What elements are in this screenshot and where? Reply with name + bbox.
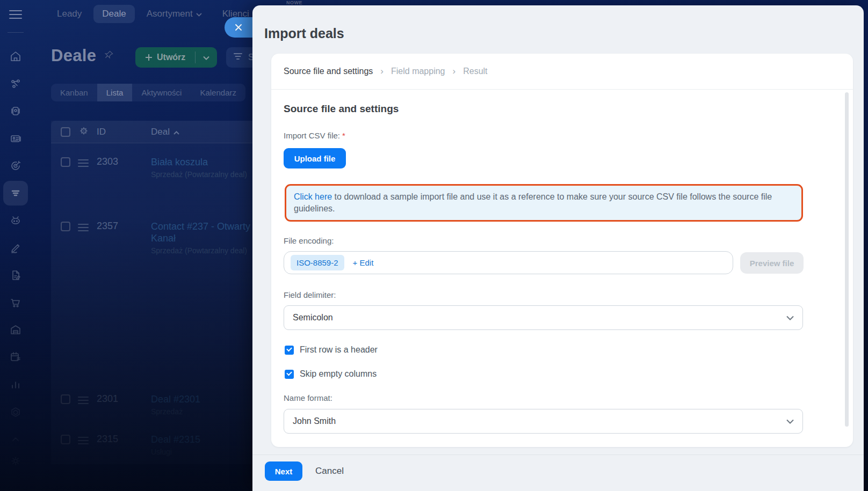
cart-icon[interactable] xyxy=(3,290,28,315)
scrollbar-thumb[interactable] xyxy=(845,92,849,427)
row-drag-handle-icon[interactable] xyxy=(78,435,89,446)
view-tab-group: Kanban Lista Aktywności Kalendarz xyxy=(51,84,245,101)
pin-icon[interactable] xyxy=(104,49,114,62)
create-deal-button[interactable]: Utwórz xyxy=(135,47,217,68)
checkbox-checked-icon[interactable] xyxy=(285,346,294,355)
menu-icon[interactable] xyxy=(9,8,22,19)
contact-card-icon[interactable] xyxy=(3,126,28,151)
hexagon-icon[interactable] xyxy=(3,400,28,424)
badge-icon[interactable] xyxy=(3,99,28,123)
close-icon[interactable] xyxy=(225,17,252,38)
select-all-checkbox[interactable] xyxy=(61,127,70,137)
modal-footer: Next Cancel xyxy=(265,461,344,481)
chevron-down-icon xyxy=(786,316,794,320)
modal-title: Import deals xyxy=(264,26,344,41)
name-format-value: John Smith xyxy=(293,416,336,426)
checkbox-label: Skip empty columns xyxy=(300,369,377,379)
deal-id: 2303 xyxy=(97,156,118,167)
steps-divider xyxy=(271,89,853,90)
import-csv-label: Import CSV file:* xyxy=(284,131,345,140)
robot-icon[interactable] xyxy=(3,208,28,233)
nav-item-leady[interactable]: Leady xyxy=(48,5,90,23)
sign-pen-icon[interactable] xyxy=(3,236,28,260)
calendar-icon[interactable] xyxy=(3,345,28,369)
click-here-link[interactable]: Click here xyxy=(294,192,332,201)
required-asterisk: * xyxy=(342,131,345,140)
tab-kanban[interactable]: Kanban xyxy=(51,84,97,101)
step-source-file[interactable]: Source file and settings xyxy=(284,67,373,76)
app: Leady Deale Asortyment Klienci NOWE Deal… xyxy=(0,0,868,491)
filter-icon xyxy=(233,52,243,63)
create-deal-main[interactable]: Utwórz xyxy=(135,53,195,62)
checkbox-checked-icon[interactable] xyxy=(285,370,294,379)
deal-id: 2357 xyxy=(97,221,118,232)
target-icon[interactable] xyxy=(3,153,28,178)
section-title: Source file and settings xyxy=(284,103,399,115)
row-checkbox[interactable] xyxy=(61,435,70,444)
skip-empty-columns-checkbox[interactable]: Skip empty columns xyxy=(285,369,377,379)
column-header-id[interactable]: ID xyxy=(97,127,106,137)
sample-file-info-box: Click here to download a sample import f… xyxy=(285,184,803,222)
first-row-header-checkbox[interactable]: First row is a header xyxy=(285,345,378,355)
encoding-chip[interactable]: ISO-8859-2 xyxy=(291,255,344,270)
chevron-down-icon xyxy=(786,419,794,424)
row-checkbox[interactable] xyxy=(61,394,70,404)
step-separator: › xyxy=(380,66,384,77)
tab-aktywnosci[interactable]: Aktywności xyxy=(132,84,191,101)
field-delimiter-label: Field delimiter: xyxy=(284,290,336,299)
create-dropdown-toggle[interactable] xyxy=(196,53,217,62)
column-header-deal[interactable]: Deal xyxy=(151,127,179,137)
step-result: Result xyxy=(463,67,487,76)
name-format-select[interactable]: John Smith xyxy=(284,409,803,434)
sidebar-divider xyxy=(8,32,24,33)
deal-id: 2315 xyxy=(97,434,118,445)
bar-chart-icon[interactable] xyxy=(3,372,28,397)
nowe-badge: NOWE xyxy=(286,0,302,5)
file-encoding-label: File encoding: xyxy=(284,236,334,245)
sort-asc-icon xyxy=(173,127,179,137)
wizard-steps: Source file and settings › Field mapping… xyxy=(284,54,488,89)
cancel-button[interactable]: Cancel xyxy=(315,466,344,477)
step-field-mapping: Field mapping xyxy=(391,67,445,76)
deal-link[interactable]: Contact #237 - Otwarty Kanał xyxy=(151,221,269,244)
deal-subtitle: Sprzedaż (Powtarzalny deal) xyxy=(151,246,269,255)
row-checkbox[interactable] xyxy=(61,157,70,167)
document-edit-icon[interactable] xyxy=(3,263,28,288)
file-encoding-field[interactable]: ISO-8859-2 + Edit xyxy=(284,251,733,274)
warehouse-icon[interactable] xyxy=(3,318,28,342)
next-button[interactable]: Next xyxy=(265,461,302,481)
page-header: Deale xyxy=(51,46,114,65)
preview-file-button[interactable]: Preview file xyxy=(740,252,804,274)
sidebar xyxy=(0,0,37,491)
name-format-label: Name format: xyxy=(284,393,332,402)
import-deals-modal: Import deals Source file and settings › … xyxy=(252,5,864,491)
row-drag-handle-icon[interactable] xyxy=(78,394,89,406)
row-checkbox[interactable] xyxy=(61,222,70,231)
wizard-card: Source file and settings › Field mapping… xyxy=(271,54,853,447)
checkbox-label: First row is a header xyxy=(300,345,378,355)
upload-file-button[interactable]: Upload file xyxy=(284,148,346,168)
nav-item-asortyment[interactable]: Asortyment xyxy=(138,5,211,23)
footer-divider xyxy=(252,455,864,455)
row-drag-handle-icon[interactable] xyxy=(78,157,89,169)
page-title: Deale xyxy=(51,46,96,65)
gear-icon[interactable] xyxy=(3,449,28,473)
row-drag-handle-icon[interactable] xyxy=(78,222,89,233)
info-text: to download a sample import file and use… xyxy=(294,192,772,213)
nav-item-deale[interactable]: Deale xyxy=(93,5,134,23)
plus-icon xyxy=(145,54,153,61)
home-icon[interactable] xyxy=(3,44,28,69)
table-settings-gear-icon[interactable] xyxy=(79,126,89,138)
view-tabs: Kanban Lista Aktywności Kalendarz Pr xyxy=(51,84,280,101)
field-delimiter-value: Semicolon xyxy=(293,313,333,323)
deal-id: 2301 xyxy=(97,393,118,405)
field-delimiter-select[interactable]: Semicolon xyxy=(284,305,803,330)
step-separator: › xyxy=(453,66,456,77)
network-icon[interactable] xyxy=(3,71,28,96)
crm-funnel-icon[interactable] xyxy=(3,181,28,206)
tab-kalendarz[interactable]: Kalendarz xyxy=(191,84,245,101)
edit-encoding-link[interactable]: + Edit xyxy=(353,258,374,267)
chevron-down-icon xyxy=(196,9,202,19)
tab-lista[interactable]: Lista xyxy=(97,84,133,101)
